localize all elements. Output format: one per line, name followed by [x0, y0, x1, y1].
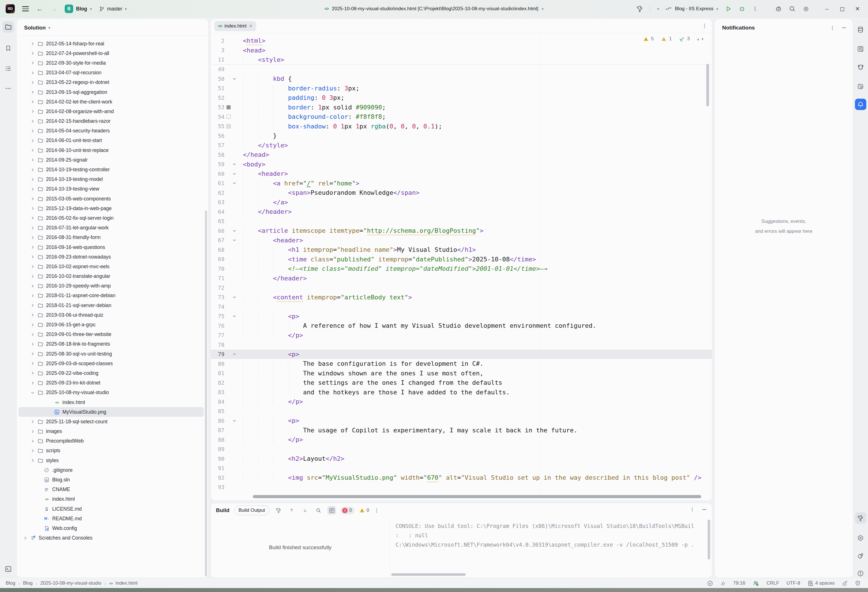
chevron-right-icon[interactable] — [30, 342, 35, 346]
maximize-button[interactable]: ◻ — [838, 5, 846, 12]
code-line[interactable]: 77</p> — [211, 331, 712, 340]
sidebar-item-terminal[interactable] — [3, 563, 14, 575]
chevron-right-icon[interactable] — [30, 352, 35, 356]
code-line[interactable]: 87The usage of Copilot is experimentary,… — [211, 426, 712, 435]
more-actions-icon[interactable] — [752, 6, 758, 12]
code-line[interactable]: 65 — [211, 216, 712, 226]
code-line[interactable]: 91 — [211, 464, 712, 473]
tree-item[interactable]: 2019-06-15-get-a-grpc — [18, 320, 204, 330]
tree-item[interactable]: 2014-06-10-unit-test-replace — [18, 146, 204, 155]
chevron-right-icon[interactable] — [30, 42, 35, 46]
tree-item[interactable]: styles — [18, 456, 204, 465]
tree-item[interactable]: 2014-02-15-handlebars-razor — [18, 116, 204, 126]
tree-item[interactable]: 2025-09-03-di-scoped-classes — [18, 359, 204, 368]
previous-problem-icon[interactable]: ▴ — [697, 37, 699, 41]
code-line[interactable]: 86<p> — [211, 416, 712, 426]
code-line[interactable]: 82the settings are the ones I changed fr… — [211, 378, 712, 387]
tree-item[interactable]: 2014-09-25-signalr — [18, 155, 204, 165]
code-line[interactable]: 54background-color: #f8f8f8; — [211, 112, 712, 122]
ai-swirl-icon[interactable] — [775, 5, 782, 12]
tree-item[interactable]: Scratches and Consoles — [18, 533, 204, 543]
tree-item[interactable]: 2012-09-30-style-for-media — [18, 58, 204, 68]
editor-horizontal-scrollbar[interactable] — [253, 495, 701, 498]
color-swatch[interactable] — [226, 124, 231, 128]
code-line[interactable]: 90<h2>Layout</h2> — [211, 454, 712, 464]
code-line[interactable]: 66<article itemscope itemtype="http://sc… — [211, 226, 712, 236]
chevron-down-icon[interactable]: ▾ — [657, 7, 659, 11]
tree-item[interactable]: 2014-06-01-unit-test-start — [18, 136, 204, 146]
navigate-down-icon[interactable] — [301, 506, 309, 515]
code-line[interactable]: 80The base configuration is for developm… — [211, 359, 712, 368]
console-horizontal-scrollbar[interactable] — [391, 573, 466, 576]
tree-item[interactable]: 2025-08-18-link-to-fragments — [18, 339, 204, 349]
sidebar-item-bookmarks[interactable] — [3, 43, 14, 54]
chevron-right-icon[interactable] — [30, 361, 35, 365]
code-line[interactable]: 57</style> — [211, 141, 712, 150]
tree-item[interactable]: .gitignore — [18, 465, 204, 475]
code-line[interactable]: 52padding: 0 3px; — [211, 93, 712, 103]
code-line[interactable]: 89 — [211, 445, 712, 454]
code-line[interactable]: 69<time class="published" itemprop="date… — [211, 255, 712, 264]
sidebar-item-services[interactable] — [855, 532, 866, 543]
code-line[interactable]: 79<p> — [211, 350, 712, 359]
chevron-right-icon[interactable] — [30, 138, 35, 143]
tree-item[interactable]: 2016-10-29-speedy-with-amp — [18, 281, 204, 291]
tree-item[interactable]: 2025-10-08-my-visual-studio — [18, 388, 204, 398]
chevron-right-icon[interactable] — [30, 420, 35, 424]
code-line[interactable]: 50kbd { — [211, 74, 712, 84]
tree-item[interactable]: 2013-09-15-sql-aggregation — [18, 87, 204, 97]
color-swatch[interactable] — [226, 115, 231, 119]
chevron-right-icon[interactable] — [30, 197, 35, 201]
sidebar-item-notifications[interactable] — [855, 99, 866, 110]
build-console[interactable]: CONSOLE: Use build tool: C:\Program File… — [390, 517, 712, 577]
notifications-options-icon[interactable] — [830, 25, 835, 31]
sidebar-item-more[interactable] — [3, 83, 14, 94]
console-vertical-scrollbar[interactable] — [708, 520, 710, 560]
chevron-right-icon[interactable] — [30, 458, 35, 462]
fold-chevron-icon[interactable] — [231, 352, 238, 356]
fold-chevron-icon[interactable] — [231, 172, 238, 176]
settings-gear-icon[interactable] — [803, 5, 809, 12]
run-button[interactable] — [725, 5, 732, 12]
fold-chevron-icon[interactable] — [231, 419, 238, 423]
chevron-right-icon[interactable] — [30, 216, 35, 220]
sidebar-item-copilot-chat[interactable] — [855, 62, 866, 73]
code-line[interactable]: 71</header> — [211, 274, 712, 283]
main-menu-icon[interactable] — [22, 6, 29, 11]
code-line[interactable]: 53border: 1px solid #909090; — [211, 103, 712, 112]
code-line[interactable]: 76A reference of how I want my Visual St… — [211, 321, 712, 331]
rider-logo-icon[interactable]: RD — [6, 4, 15, 13]
code-line[interactable]: 75<p> — [211, 312, 712, 321]
chevron-right-icon[interactable] — [30, 168, 35, 172]
chevron-right-icon[interactable] — [30, 187, 35, 191]
tree-item[interactable]: 2014-10-19-testing-view — [18, 184, 204, 194]
tree-item[interactable]: PrecompiledWeb — [18, 436, 204, 446]
chevron-right-icon[interactable] — [30, 265, 35, 268]
search-icon[interactable] — [789, 5, 796, 12]
sidebar-item-copilot-status[interactable] — [855, 550, 866, 561]
tree-item[interactable]: 2016-07-31-let-angular-work — [18, 223, 204, 233]
hide-panel-icon[interactable] — [702, 507, 707, 512]
chevron-right-icon[interactable] — [30, 294, 35, 298]
chevron-right-icon[interactable] — [30, 333, 35, 337]
navigate-up-icon[interactable] — [288, 506, 296, 515]
tree-item[interactable]: 2025-11-18-sql-select-count — [18, 417, 204, 426]
chevron-right-icon[interactable] — [30, 119, 35, 123]
vcs-widget[interactable]: master ▾ — [99, 6, 127, 12]
back-button[interactable]: ← — [36, 5, 43, 12]
error-counter[interactable]: ! 0 — [341, 507, 354, 514]
close-button[interactable]: ✕ — [853, 5, 862, 12]
tree-item[interactable]: 2014-02-02-let-the-client-work — [18, 97, 204, 107]
minimize-button[interactable]: – — [822, 6, 831, 12]
chevron-right-icon[interactable] — [30, 449, 35, 453]
code-line[interactable]: 11<style> — [211, 55, 712, 65]
chevron-right-icon[interactable] — [30, 206, 35, 211]
tree-item[interactable]: 2016-09-16-web-questions — [18, 242, 204, 252]
build-more-icon[interactable] — [374, 508, 379, 513]
fold-chevron-icon[interactable] — [231, 181, 238, 185]
chevron-right-icon[interactable] — [30, 51, 35, 55]
line-ending-widget[interactable]: CRLF — [766, 580, 779, 586]
tree-item[interactable]: 2014-05-04-security-headers — [18, 126, 204, 136]
sidebar-item-camera[interactable] — [855, 81, 866, 92]
code-line[interactable]: 81The windows shown are the ones I use m… — [211, 368, 712, 378]
